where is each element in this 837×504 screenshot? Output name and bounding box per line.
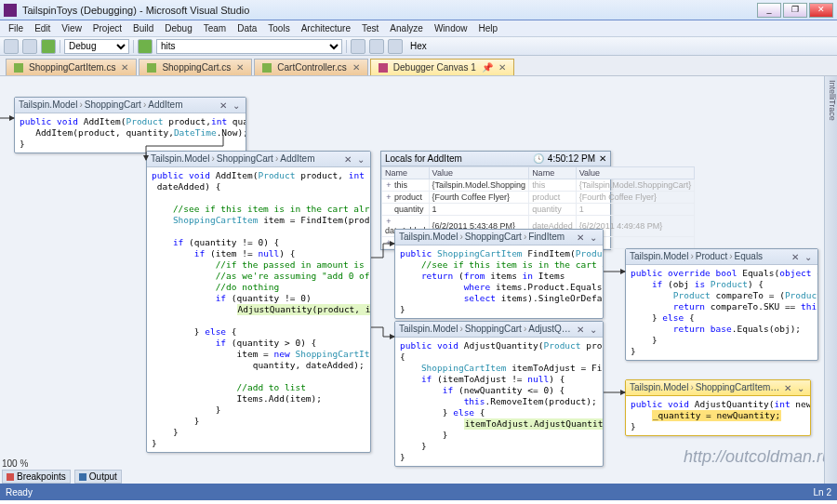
close-tab-icon[interactable]: ✕ <box>498 62 506 73</box>
vs-logo-icon <box>4 4 17 17</box>
menu-bar: File Edit View Project Build Debug Team … <box>0 20 837 37</box>
menu-tools[interactable]: Tools <box>263 22 294 34</box>
back-button[interactable] <box>4 39 19 54</box>
canvas-icon <box>379 63 388 73</box>
debugger-canvas[interactable]: Tailspin.Model›ShoppingCart›AddItem ✕⌄ p… <box>0 76 837 484</box>
close-window-icon[interactable]: ✕ <box>790 252 801 262</box>
code-window-adjustquantity-item[interactable]: Tailspin.Model›ShoppingCartItem›AdjustQu… <box>625 379 811 436</box>
forward-button[interactable] <box>22 39 37 54</box>
output-pane[interactable]: Output <box>74 470 122 484</box>
popup-icon[interactable]: ⌄ <box>588 325 599 335</box>
window-title: TailspinToys (Debugging) - Microsoft Vis… <box>22 5 757 16</box>
separator <box>346 40 347 53</box>
close-window-icon[interactable]: ✕ <box>342 154 353 165</box>
tab-shoppingcartitem[interactable]: ShoppingCartItem.cs✕ <box>6 59 137 75</box>
close-tab-icon[interactable]: ✕ <box>352 62 360 73</box>
close-tab-icon[interactable]: ✕ <box>121 62 128 73</box>
breakpoints-pane[interactable]: Breakpoints <box>2 470 71 484</box>
code-window-additem-2[interactable]: Tailspin.Model›ShoppingCart›AddItem ✕⌄ p… <box>146 151 371 453</box>
menu-file[interactable]: File <box>4 22 28 34</box>
breadcrumb[interactable]: Tailspin.Model›ShoppingCartItem›AdjustQu… <box>630 382 782 393</box>
close-window-icon[interactable]: ✕ <box>782 383 793 393</box>
popup-icon[interactable]: ⌄ <box>588 232 599 243</box>
minimize-button[interactable]: _ <box>757 3 781 18</box>
menu-debug[interactable]: Debug <box>160 22 196 34</box>
continue-button[interactable] <box>41 39 56 54</box>
menu-test[interactable]: Test <box>357 22 383 34</box>
locals-title: Locals for AddItem <box>385 153 533 164</box>
maximize-button[interactable]: ❐ <box>783 3 807 18</box>
pin-icon[interactable]: 📌 <box>482 62 493 73</box>
step-over-button[interactable] <box>369 39 384 54</box>
menu-team[interactable]: Team <box>199 22 231 34</box>
menu-analyze[interactable]: Analyze <box>385 22 428 34</box>
close-tab-icon[interactable]: ✕ <box>236 62 244 73</box>
popup-icon[interactable]: ⌄ <box>355 154 366 165</box>
breadcrumb[interactable]: Tailspin.Model›ShoppingCart›AddItem <box>19 99 218 111</box>
document-tabs: ShoppingCartItem.cs✕ ShoppingCart.cs✕ Ca… <box>0 56 837 76</box>
code-window-finditem[interactable]: Tailspin.Model›ShoppingCart›FindItem ✕⌄ … <box>394 229 604 319</box>
popup-icon[interactable]: ⌄ <box>231 100 242 111</box>
config-dropdown[interactable]: Debug <box>64 39 129 54</box>
menu-architecture[interactable]: Architecture <box>297 22 355 34</box>
breadcrumb[interactable]: Tailspin.Model›ShoppingCart›AddItem <box>151 153 342 165</box>
step-out-button[interactable] <box>388 39 403 54</box>
csharp-icon <box>147 63 156 73</box>
zoom-level[interactable]: 100 % <box>2 458 28 469</box>
code-body: public ShoppingCartItem FindItem(Product… <box>395 245 603 318</box>
status-ready: Ready <box>6 487 33 497</box>
close-locals-icon[interactable]: ✕ <box>599 153 606 164</box>
find-dropdown[interactable]: hits <box>156 39 342 54</box>
code-window-equals[interactable]: Tailspin.Model›Product›Equals ✕⌄ public … <box>625 248 818 361</box>
intellitrace-tab[interactable]: IntelliTrace <box>824 76 837 484</box>
close-window-icon[interactable]: ✕ <box>218 100 229 111</box>
start-button[interactable] <box>138 39 153 54</box>
tab-shoppingcart[interactable]: ShoppingCart.cs✕ <box>139 59 252 75</box>
menu-help[interactable]: Help <box>474 22 503 34</box>
menu-window[interactable]: Window <box>430 22 472 34</box>
code-body: public void AddItem(Product product,int … <box>15 113 246 153</box>
code-body: public override bool Equals(object obj) … <box>626 265 817 360</box>
popup-icon[interactable]: ⌄ <box>803 252 814 262</box>
code-window-adjustquantity-cart[interactable]: Tailspin.Model›ShoppingCart›AdjustQuanti… <box>394 321 604 467</box>
menu-edit[interactable]: Edit <box>30 22 55 34</box>
code-body: public void AdjustQuantity(int newQuanti… <box>626 396 810 435</box>
menu-view[interactable]: View <box>57 22 86 34</box>
hex-toggle[interactable]: Hex <box>406 41 431 51</box>
tab-debugger-canvas[interactable]: Debugger Canvas 1📌✕ <box>370 59 514 75</box>
close-window-icon[interactable]: ✕ <box>575 232 586 243</box>
close-button[interactable]: ✕ <box>809 3 833 18</box>
locals-time: 4:50:12 PM <box>544 153 599 164</box>
title-bar: TailspinToys (Debugging) - Microsoft Vis… <box>0 0 837 20</box>
csharp-icon <box>262 63 272 73</box>
output-icon <box>79 473 86 481</box>
close-window-icon[interactable]: ✕ <box>575 325 586 335</box>
separator <box>133 40 134 53</box>
menu-data[interactable]: Data <box>232 22 261 34</box>
separator <box>60 40 60 53</box>
breadcrumb[interactable]: Tailspin.Model›ShoppingCart›AdjustQuanti… <box>399 324 575 335</box>
code-body: public void AdjustQuantity(Product produ… <box>395 338 603 466</box>
step-into-button[interactable] <box>351 39 365 54</box>
toolbar: Debug hits Hex <box>0 37 837 56</box>
tab-cartcontroller[interactable]: CartController.cs✕ <box>254 59 367 75</box>
status-line: Ln 2 <box>814 487 831 497</box>
watermark: http://outcoldman.ru <box>684 447 831 467</box>
breakpoint-icon <box>7 473 14 481</box>
breadcrumb[interactable]: Tailspin.Model›Product›Equals <box>630 251 790 262</box>
csharp-icon <box>14 63 23 73</box>
code-body: public void AddItem(Product product, int… <box>147 167 370 452</box>
breadcrumb[interactable]: Tailspin.Model›ShoppingCart›FindItem <box>399 232 575 243</box>
menu-build[interactable]: Build <box>128 22 158 34</box>
popup-icon[interactable]: ⌄ <box>795 383 806 393</box>
menu-project[interactable]: Project <box>88 22 126 34</box>
code-window-additem-1[interactable]: Tailspin.Model›ShoppingCart›AddItem ✕⌄ p… <box>14 97 246 153</box>
status-bar: Ready Ln 2 <box>0 484 837 500</box>
clock-icon: 🕓 <box>533 153 544 164</box>
